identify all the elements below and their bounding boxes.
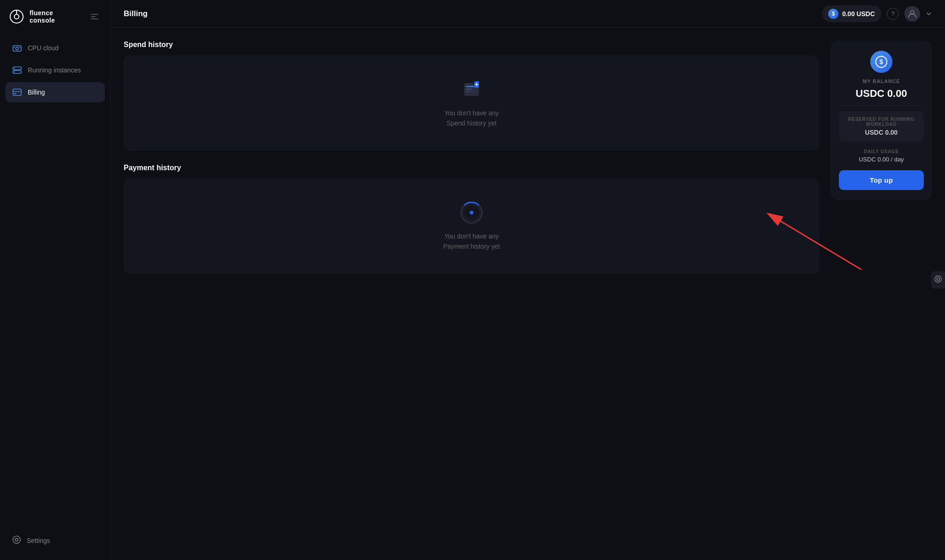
content-main: Spend history You don't have any Spend h… <box>124 41 831 547</box>
svg-point-1 <box>14 14 19 19</box>
user-avatar[interactable] <box>904 6 920 22</box>
balance-coin-large-icon: $ <box>870 51 892 73</box>
right-panel: $ MY BALANCE USDC 0.00 RESERVED FOR RUNN… <box>831 41 932 547</box>
reserved-workload-section: RESERVED FOR RUNNING WORKLOAD USDC 0.00 <box>839 111 924 142</box>
svg-rect-15 <box>13 91 21 92</box>
content-area: Spend history You don't have any Spend h… <box>111 28 945 560</box>
sidebar-item-label-cpu-cloud: CPU cloud <box>28 44 59 52</box>
sidebar-item-cpu-cloud[interactable]: CPU cloud <box>6 38 105 58</box>
spend-history-title: Spend history <box>124 41 819 49</box>
reserved-label: RESERVED FOR RUNNING WORKLOAD <box>845 117 917 127</box>
settings-label: Settings <box>27 537 50 544</box>
header-right: $ 0.00 USDC ? <box>822 6 932 22</box>
svg-rect-4 <box>91 16 96 17</box>
user-dropdown-chevron[interactable] <box>926 11 932 17</box>
svg-rect-9 <box>19 47 20 48</box>
daily-usage-section: DAILY USAGE USDC 0.00 / day <box>839 145 924 165</box>
svg-point-7 <box>16 47 18 50</box>
settings-icon <box>12 535 21 546</box>
top-up-button[interactable]: Top up <box>839 170 924 190</box>
main-content: Billing $ 0.00 USDC ? <box>111 0 945 560</box>
right-edge-panel-icon[interactable] <box>931 271 945 289</box>
help-button[interactable]: ? <box>887 8 899 20</box>
svg-rect-23 <box>466 91 471 92</box>
sidebar-toggle-button[interactable] <box>88 10 101 23</box>
payment-history-empty-text: You don't have any Payment history yet <box>443 231 500 252</box>
divider <box>839 105 924 106</box>
app-logo[interactable]: fluence console <box>0 0 110 33</box>
spend-history-empty-text: You don't have any Spend history yet <box>444 108 499 129</box>
svg-point-29 <box>937 278 939 280</box>
payment-history-title: Payment history <box>124 164 819 172</box>
svg-rect-22 <box>466 89 472 89</box>
daily-amount: USDC 0.00 / day <box>859 156 904 163</box>
balance-card: $ MY BALANCE USDC 0.00 RESERVED FOR RUNN… <box>831 41 932 200</box>
page-title: Billing <box>124 9 148 18</box>
sidebar-item-running-instances[interactable]: Running instances <box>6 60 105 80</box>
svg-rect-3 <box>91 14 98 15</box>
balance-value: 0.00 USDC <box>842 10 875 18</box>
svg-point-13 <box>14 71 15 72</box>
payment-history-section: Payment history You don't have any Payme… <box>124 164 819 274</box>
spend-history-section: Spend history You don't have any Spend h… <box>124 41 819 151</box>
svg-point-18 <box>13 536 20 543</box>
sidebar: fluence console CPU cloud <box>0 0 111 560</box>
payment-history-icon <box>460 201 484 225</box>
billing-icon <box>12 87 22 97</box>
my-balance-label: MY BALANCE <box>862 78 900 84</box>
sidebar-item-billing[interactable]: Billing <box>6 82 105 102</box>
svg-rect-16 <box>14 93 16 94</box>
app-name-text: fluence console <box>30 9 55 24</box>
running-instances-icon <box>12 65 22 75</box>
reserved-amount: USDC 0.00 <box>865 129 898 136</box>
sidebar-bottom: Settings <box>0 524 110 560</box>
svg-point-17 <box>15 538 18 541</box>
sidebar-nav: CPU cloud Running instances <box>0 33 110 524</box>
coin-icon: $ <box>828 9 838 19</box>
sidebar-item-settings[interactable]: Settings <box>6 530 105 551</box>
svg-point-28 <box>935 276 941 282</box>
balance-badge[interactable]: $ 0.00 USDC <box>822 6 881 22</box>
header: Billing $ 0.00 USDC ? <box>111 0 945 28</box>
cpu-cloud-icon <box>12 43 22 53</box>
sidebar-item-label-running-instances: Running instances <box>28 66 81 74</box>
sidebar-item-label-billing: Billing <box>28 89 45 96</box>
svg-rect-6 <box>13 46 21 51</box>
daily-label: DAILY USAGE <box>864 149 899 154</box>
spend-history-card: You don't have any Spend history yet <box>124 55 819 151</box>
svg-point-12 <box>14 68 15 69</box>
svg-rect-8 <box>14 47 15 48</box>
spend-history-icon <box>460 77 484 101</box>
svg-rect-21 <box>466 86 474 87</box>
payment-history-card: You don't have any Payment history yet <box>124 179 819 274</box>
svg-text:$: $ <box>879 58 883 66</box>
balance-amount: USDC 0.00 <box>855 88 907 100</box>
svg-rect-5 <box>91 18 98 19</box>
